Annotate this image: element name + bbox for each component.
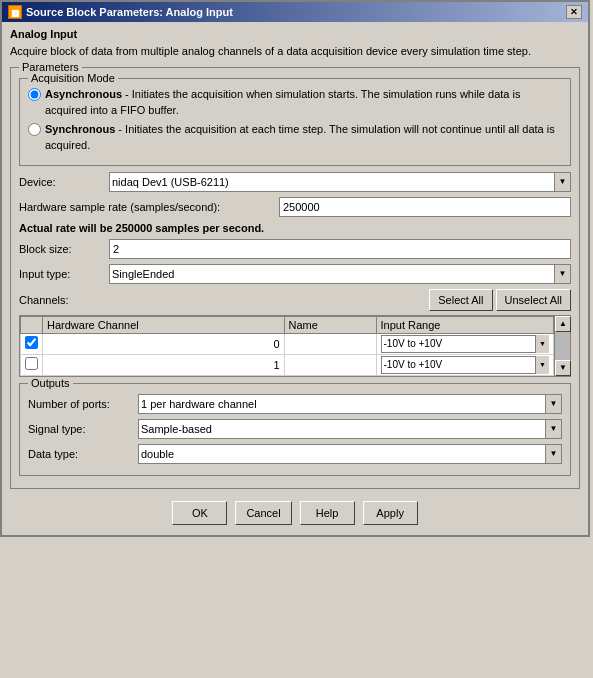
input-type-label: Input type:: [19, 268, 109, 280]
channel-table-header-row: Hardware Channel Name Input Range: [21, 316, 554, 333]
row1-channel: 1: [43, 354, 285, 375]
sync-bold: Synchronous: [45, 123, 115, 135]
input-type-select[interactable]: SingleEnded: [109, 264, 571, 284]
signal-type-select-wrapper: Sample-based Frame-based ▼: [138, 419, 562, 439]
input-type-select-wrapper: SingleEnded ▼: [109, 264, 571, 284]
data-type-select-wrapper: double single int16 uint16 ▼: [138, 444, 562, 464]
ok-button[interactable]: OK: [172, 501, 227, 525]
outputs-label: Outputs: [28, 377, 73, 389]
col-name: Name: [284, 316, 376, 333]
parameters-group: Parameters Acquisition Mode Asynchronous…: [10, 67, 580, 489]
scroll-up-arrow[interactable]: ▲: [555, 316, 571, 332]
channels-row: Channels: Select All Unselect All: [19, 289, 571, 311]
main-window: ▦ Source Block Parameters: Analog Input …: [0, 0, 590, 537]
sample-rate-label: Hardware sample rate (samples/second):: [19, 201, 279, 213]
section-title: Analog Input: [10, 28, 580, 40]
title-bar: ▦ Source Block Parameters: Analog Input …: [2, 2, 588, 22]
input-type-row: Input type: SingleEnded ▼: [19, 264, 571, 284]
num-ports-label: Number of ports:: [28, 398, 138, 410]
signal-type-row: Signal type: Sample-based Frame-based ▼: [28, 419, 562, 439]
cancel-button[interactable]: Cancel: [235, 501, 291, 525]
row0-range-select[interactable]: -10V to +10V -5V to +5V -1V to +1V 0V to…: [381, 335, 550, 353]
sync-radio-row: Synchronous - Initiates the acquisition …: [28, 122, 562, 153]
window-title: Source Block Parameters: Analog Input: [26, 6, 233, 18]
table-scrollbar[interactable]: ▲ ▼: [555, 315, 571, 377]
sync-radio[interactable]: [28, 123, 41, 136]
sample-rate-input[interactable]: [279, 197, 571, 217]
scroll-track: [555, 332, 570, 360]
row1-checkbox[interactable]: [25, 357, 38, 370]
sync-label: Synchronous - Initiates the acquisition …: [45, 122, 562, 153]
title-bar-left: ▦ Source Block Parameters: Analog Input: [8, 5, 233, 19]
block-size-input[interactable]: [109, 239, 571, 259]
col-check: [21, 316, 43, 333]
col-hardware-channel: Hardware Channel: [43, 316, 285, 333]
channel-table: Hardware Channel Name Input Range 0: [20, 316, 554, 376]
actual-rate-text: Actual rate will be 250000 samples per s…: [19, 222, 571, 234]
title-controls[interactable]: ✕: [566, 5, 582, 19]
table-row: 1 -10V to +10V -5V to +5V -1V to +1V 0: [21, 354, 554, 375]
channel-buttons: Select All Unselect All: [429, 289, 571, 311]
data-type-label: Data type:: [28, 448, 138, 460]
table-row: 0 -10V to +10V -5V to +5V -1V to +1V 0: [21, 333, 554, 354]
num-ports-row: Number of ports: 1 per hardware channel …: [28, 394, 562, 414]
async-radio-row: Asynchronous - Initiates the acquisition…: [28, 87, 562, 118]
bottom-buttons: OK Cancel Help Apply: [10, 495, 580, 529]
row1-range-wrapper: -10V to +10V -5V to +5V -1V to +1V 0V to…: [381, 356, 550, 374]
sample-rate-row: Hardware sample rate (samples/second):: [19, 197, 571, 217]
signal-type-label: Signal type:: [28, 423, 138, 435]
description-text: Acquire block of data from multiple anal…: [10, 44, 580, 59]
close-button[interactable]: ✕: [566, 5, 582, 19]
data-type-row: Data type: double single int16 uint16 ▼: [28, 444, 562, 464]
outputs-content: Number of ports: 1 per hardware channel …: [28, 394, 562, 464]
row0-check-cell: [21, 333, 43, 354]
device-label: Device:: [19, 176, 109, 188]
signal-type-select[interactable]: Sample-based Frame-based: [138, 419, 562, 439]
async-bold: Asynchronous: [45, 88, 122, 100]
row1-range-select[interactable]: -10V to +10V -5V to +5V -1V to +1V 0V to…: [381, 356, 550, 374]
select-all-button[interactable]: Select All: [429, 289, 492, 311]
async-radio[interactable]: [28, 88, 41, 101]
device-select[interactable]: nidaq Dev1 (USB-6211): [109, 172, 571, 192]
col-input-range: Input Range: [376, 316, 554, 333]
sync-text: - Initiates the acquisition at each time…: [45, 123, 555, 150]
outputs-group: Outputs Number of ports: 1 per hardware …: [19, 383, 571, 476]
row0-checkbox[interactable]: [25, 336, 38, 349]
apply-button[interactable]: Apply: [363, 501, 418, 525]
device-row: Device: nidaq Dev1 (USB-6211) ▼: [19, 172, 571, 192]
channels-label: Channels:: [19, 294, 69, 306]
async-label: Asynchronous - Initiates the acquisition…: [45, 87, 562, 118]
window-icon: ▦: [8, 5, 22, 19]
acquisition-mode-label: Acquisition Mode: [28, 72, 118, 84]
unselect-all-button[interactable]: Unselect All: [496, 289, 571, 311]
row1-check-cell: [21, 354, 43, 375]
acquisition-mode-group: Acquisition Mode Asynchronous - Initiate…: [19, 78, 571, 166]
block-size-label: Block size:: [19, 243, 109, 255]
content-area: Analog Input Acquire block of data from …: [2, 22, 588, 535]
row1-range: -10V to +10V -5V to +5V -1V to +1V 0V to…: [376, 354, 554, 375]
channel-table-scroll: Hardware Channel Name Input Range 0: [19, 315, 555, 377]
block-size-row: Block size:: [19, 239, 571, 259]
channel-table-outer: Hardware Channel Name Input Range 0: [19, 315, 571, 377]
help-button[interactable]: Help: [300, 501, 355, 525]
device-select-wrapper: nidaq Dev1 (USB-6211) ▼: [109, 172, 571, 192]
row0-range-wrapper: -10V to +10V -5V to +5V -1V to +1V 0V to…: [381, 335, 550, 353]
row0-name: [284, 333, 376, 354]
scroll-down-arrow[interactable]: ▼: [555, 360, 571, 376]
num-ports-select[interactable]: 1 per hardware channel 1: [138, 394, 562, 414]
row1-name: [284, 354, 376, 375]
row0-channel: 0: [43, 333, 285, 354]
row0-range: -10V to +10V -5V to +5V -1V to +1V 0V to…: [376, 333, 554, 354]
data-type-select[interactable]: double single int16 uint16: [138, 444, 562, 464]
num-ports-select-wrapper: 1 per hardware channel 1 ▼: [138, 394, 562, 414]
